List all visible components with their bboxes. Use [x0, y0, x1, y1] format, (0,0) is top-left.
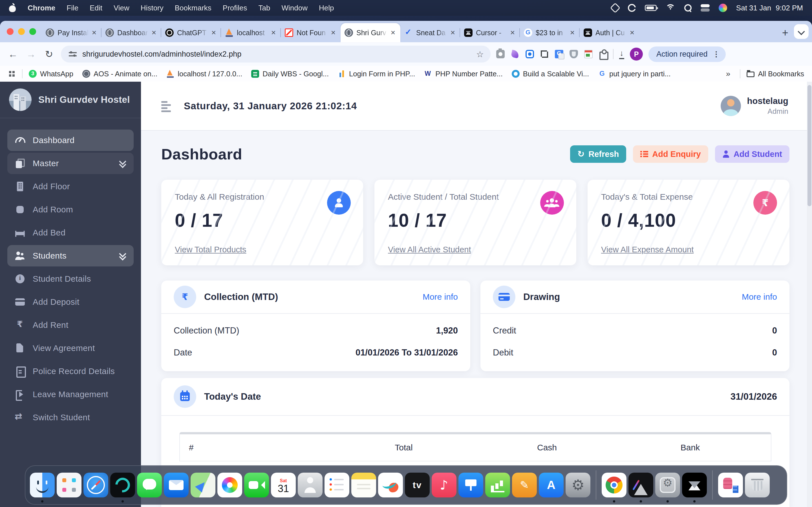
dock-music-icon[interactable]	[432, 473, 456, 497]
sidebar-item-student-details[interactable]: Student Details	[7, 268, 134, 290]
sidebar-item-police-record-details[interactable]: Police Record Details	[7, 360, 134, 382]
siri-icon[interactable]	[719, 4, 727, 12]
tab-close-icon[interactable]: ×	[569, 29, 576, 37]
dock-appstore-icon[interactable]	[539, 473, 564, 497]
bookmarks-overflow-chevron[interactable]: »	[723, 69, 734, 78]
dock-localwp-icon[interactable]	[110, 473, 135, 497]
tab-auth-cu[interactable]: Auth | Cu×	[580, 23, 640, 42]
back-button[interactable]: ←	[7, 49, 19, 60]
bookmark-put-jquery-in-parti[interactable]: put jquery in parti...	[598, 70, 671, 78]
menu-help[interactable]: Help	[319, 4, 334, 12]
menubar-clock[interactable]: Sat 31 Jan 9:02 PM	[736, 4, 803, 12]
sidebar-item-dashboard[interactable]: Dashboard	[7, 129, 134, 151]
dock-mail-icon[interactable]	[164, 473, 189, 497]
bookmark-daily-wbs-googl[interactable]: Daily WBS - Googl...	[251, 70, 329, 78]
dock-finder-icon[interactable]	[30, 473, 55, 497]
downloads-icon[interactable]: ↓	[619, 49, 624, 59]
dock-messages-icon[interactable]	[137, 473, 162, 497]
menu-view[interactable]: View	[114, 4, 130, 12]
menu-chrome[interactable]: Chrome	[28, 4, 55, 12]
reload-button[interactable]: ↻	[43, 48, 55, 60]
dock-trash-icon[interactable]	[745, 473, 770, 497]
forward-button[interactable]: →	[25, 49, 37, 60]
stat-card-link[interactable]: View All Active Student	[388, 245, 471, 255]
all-bookmarks-button[interactable]: All Bookmarks	[747, 70, 804, 78]
apps-grid-icon[interactable]	[8, 70, 16, 78]
tab-cursor[interactable]: Cursor -×	[460, 23, 520, 42]
new-tab-button[interactable]: +	[776, 27, 794, 42]
dock-mamp-icon[interactable]	[628, 473, 653, 497]
refresh-button[interactable]: ↻ Refresh	[570, 145, 626, 163]
tab-close-icon[interactable]: ×	[449, 29, 456, 37]
address-bar[interactable]: shrigurudevhostel.com/adminhostel/index2…	[61, 46, 491, 62]
dock-launchpad-icon[interactable]	[57, 473, 82, 497]
tab-close-icon[interactable]: ×	[91, 29, 98, 37]
url-text[interactable]: shrigurudevhostel.com/adminhostel/index2…	[82, 50, 472, 59]
bookmark-login-form-in-php[interactable]: Login Form in PHP...	[338, 70, 415, 78]
menu-file[interactable]: File	[66, 4, 79, 12]
add-student-button[interactable]: Add Student	[715, 145, 790, 163]
dock-keynote-icon[interactable]	[458, 473, 483, 497]
apple-logo-icon[interactable]	[9, 4, 16, 12]
dock-cursor-icon[interactable]	[682, 473, 707, 497]
cssviewer-extension-icon[interactable]	[584, 50, 593, 58]
menu-profiles[interactable]: Profiles	[223, 4, 247, 12]
dock-freeform-icon[interactable]	[378, 473, 403, 497]
action-required-button[interactable]: Action required ⋮	[649, 47, 726, 62]
user-menu[interactable]: hostelaug Admin	[721, 96, 788, 116]
translate-extension-icon[interactable]	[555, 50, 563, 58]
battery-icon[interactable]	[645, 5, 657, 11]
page-scrollbar[interactable]	[807, 82, 812, 507]
screenshot-extension-icon[interactable]	[540, 50, 549, 58]
tab-localhost[interactable]: localhost×	[221, 23, 281, 42]
dock-maps-icon[interactable]	[191, 473, 215, 497]
record-extension-icon[interactable]	[525, 50, 534, 58]
tab-dashboar[interactable]: Dashboar×	[101, 23, 161, 42]
camera-app-icon[interactable]	[628, 4, 636, 12]
close-window-button[interactable]	[7, 28, 13, 35]
dock-pages-icon[interactable]	[512, 473, 537, 497]
menu-bookmarks[interactable]: Bookmarks	[175, 4, 211, 12]
dock-downloads-icon[interactable]	[718, 473, 743, 497]
dock-reminders-icon[interactable]	[324, 473, 349, 497]
stat-card-link[interactable]: View Total Products	[175, 245, 246, 255]
control-center-icon[interactable]	[701, 4, 710, 11]
dock-safari-icon[interactable]	[84, 473, 108, 497]
shield-app-icon[interactable]	[610, 3, 620, 13]
bookmark-php-number-patte[interactable]: PHP Number Patte...	[424, 70, 503, 78]
tab-search-chevron-icon[interactable]	[794, 24, 809, 39]
stat-card-link[interactable]: View All Expense Amount	[601, 245, 694, 255]
tab-close-icon[interactable]: ×	[210, 29, 217, 37]
dock-appletv-icon[interactable]	[405, 473, 430, 497]
wifi-icon[interactable]	[666, 4, 675, 11]
dock-facetime-icon[interactable]	[244, 473, 269, 497]
tab-not-foun[interactable]: Not Foun×	[281, 23, 341, 42]
sidebar-item-switch-student[interactable]: Switch Student	[7, 407, 134, 428]
sidebar-item-leave-management[interactable]: Leave Management	[7, 384, 134, 405]
tab-close-icon[interactable]: ×	[390, 29, 396, 37]
sidebar-item-add-floor[interactable]: Add Floor	[7, 176, 134, 197]
add-enquiry-button[interactable]: Add Enquiry	[633, 145, 708, 163]
dock-settings-icon[interactable]	[566, 473, 591, 497]
tab-23-to-in[interactable]: $23 to in×	[520, 23, 580, 42]
sidebar-item-add-deposit[interactable]: Add Deposit	[7, 291, 134, 313]
minimize-window-button[interactable]	[18, 28, 25, 35]
menu-edit[interactable]: Edit	[90, 4, 102, 12]
sidebar-item-view-agreement[interactable]: View Agreement	[7, 337, 134, 359]
menu-tab[interactable]: Tab	[259, 4, 270, 12]
dock-gearapp-icon[interactable]	[655, 473, 680, 497]
sidebar-item-add-rent[interactable]: Add Rent	[7, 314, 134, 336]
tab-close-icon[interactable]: ×	[270, 29, 277, 37]
tab-close-icon[interactable]: ×	[629, 29, 636, 37]
zoom-window-button[interactable]	[29, 28, 36, 35]
tab-close-icon[interactable]: ×	[330, 29, 337, 37]
dock-photos-icon[interactable]	[217, 473, 242, 497]
bookmark-aos-animate-on[interactable]: AOS - Animate on...	[82, 70, 157, 78]
more-info-link[interactable]: More info	[423, 292, 458, 302]
tab-shri-gurv[interactable]: Shri Gurv×	[341, 23, 400, 42]
site-settings-icon[interactable]	[69, 51, 77, 57]
dock-notes-icon[interactable]	[351, 473, 376, 497]
dock-calendar-icon[interactable]: Sat31	[271, 473, 296, 497]
sidebar-item-master[interactable]: Master	[7, 153, 134, 174]
dock-contacts-icon[interactable]	[298, 473, 322, 497]
